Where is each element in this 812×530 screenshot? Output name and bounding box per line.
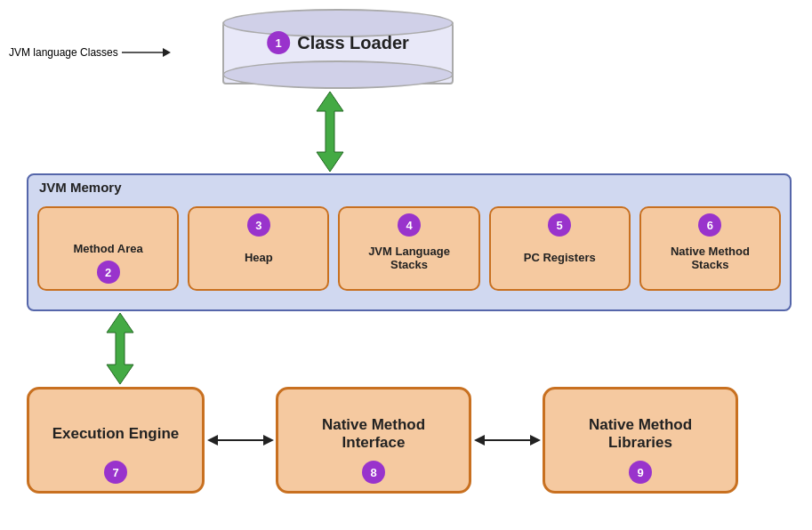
native-method-libraries-box: Native MethodLibraries 9 — [543, 387, 738, 494]
jvm-lang-stacks-badge: 4 — [398, 213, 421, 237]
arrow-class-loader-to-memory — [308, 92, 352, 175]
native-method-interface-box: Native MethodInterface 8 — [276, 387, 471, 494]
svg-marker-4 — [207, 435, 218, 446]
native-method-libraries-label: Native MethodLibraries — [589, 416, 692, 452]
class-loader-text: Class Loader — [297, 33, 409, 53]
heap-badge: 3 — [247, 213, 270, 237]
arrow-nmi-to-nml — [471, 431, 543, 449]
jvm-lang-arrow — [122, 46, 171, 59]
svg-marker-7 — [474, 435, 485, 446]
svg-marker-6 — [263, 435, 274, 446]
svg-marker-3 — [107, 313, 133, 384]
heap-label: Heap — [245, 251, 273, 264]
jvm-lang-label: JVM language Classes — [9, 46, 171, 59]
execution-engine-box: Execution Engine 7 — [27, 387, 205, 494]
memory-cell-pc-registers: 5 PC Registers — [489, 206, 631, 291]
class-loader-label: 1 Class Loader — [267, 31, 409, 54]
pc-registers-badge: 5 — [548, 213, 571, 237]
jvm-lang-stacks-label: JVM LanguageStacks — [368, 245, 450, 271]
class-loader-cylinder: 1 Class Loader — [222, 9, 454, 89]
memory-cell-method-area: Method Area 2 — [37, 206, 179, 291]
bottom-section: Execution Engine 7 Native MethodInterfac… — [27, 387, 738, 494]
class-loader-area: 1 Class Loader — [196, 9, 480, 89]
arrow-memory-to-execution — [98, 313, 142, 388]
jvm-memory-box: JVM Memory Method Area 2 3 Heap 4 JVM La… — [27, 173, 792, 311]
native-method-stacks-label: Native MethodStacks — [671, 245, 750, 271]
svg-marker-9 — [530, 435, 541, 446]
jvm-architecture-diagram: JVM language Classes 1 Class Loader JVM … — [0, 0, 812, 530]
method-area-badge: 2 — [97, 261, 120, 284]
native-method-interface-label: Native MethodInterface — [322, 416, 425, 452]
memory-cell-jvm-lang-stacks: 4 JVM LanguageStacks — [338, 206, 479, 291]
cylinder-bottom — [222, 60, 454, 89]
jvm-lang-text: JVM language Classes — [9, 46, 118, 59]
jvm-memory-title: JVM Memory — [39, 180, 122, 195]
memory-cell-native-method-stacks: 6 Native MethodStacks — [639, 206, 781, 291]
class-loader-badge: 1 — [267, 31, 290, 54]
native-method-stacks-badge: 6 — [698, 213, 721, 237]
memory-cell-heap: 3 Heap — [188, 206, 329, 291]
memory-cells: Method Area 2 3 Heap 4 JVM LanguageStack… — [37, 206, 781, 291]
native-method-interface-badge: 8 — [362, 461, 385, 484]
execution-engine-badge: 7 — [104, 461, 127, 484]
svg-marker-2 — [317, 92, 343, 172]
pc-registers-label: PC Registers — [524, 251, 596, 264]
native-method-libraries-badge: 9 — [629, 461, 652, 484]
method-area-label: Method Area — [73, 242, 142, 255]
execution-engine-label: Execution Engine — [52, 425, 180, 443]
svg-marker-1 — [163, 48, 171, 57]
arrow-execution-to-nmi — [205, 431, 276, 449]
